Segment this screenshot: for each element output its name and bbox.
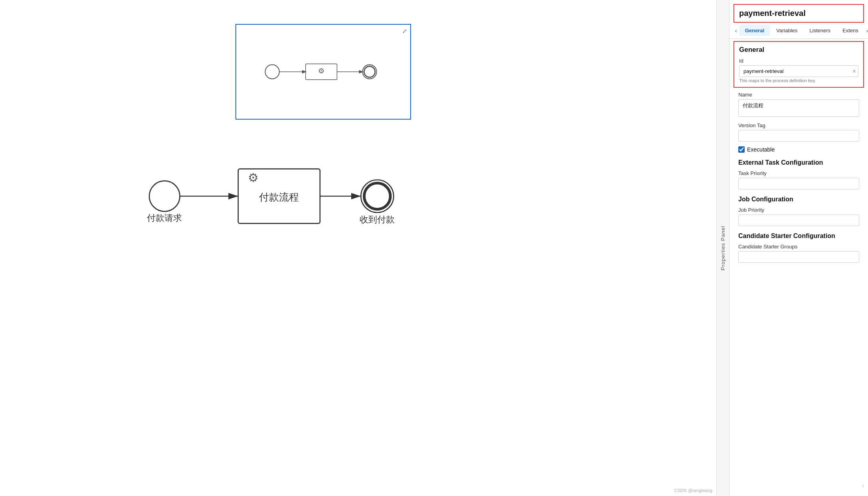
id-field-container: × — [739, 65, 858, 77]
id-label: Id — [739, 58, 858, 64]
properties-panel: Properties Panel payment-retrieval ‹ Gen… — [716, 0, 868, 496]
executable-checkbox[interactable] — [738, 146, 745, 153]
name-label: Name — [738, 92, 859, 98]
svg-point-14 — [361, 180, 393, 213]
id-clear-button[interactable]: × — [852, 68, 856, 75]
svg-point-15 — [364, 183, 391, 209]
bpmn-canvas[interactable]: ⚙ ⤢ — [0, 0, 716, 496]
svg-point-7 — [149, 181, 180, 212]
general-section: General Id × This maps to the process de… — [734, 41, 864, 88]
panel-toggle[interactable]: Properties Panel — [717, 0, 730, 496]
job-config-title: Job Configuration — [738, 196, 859, 203]
panel-scroll-content[interactable]: payment-retrieval ‹ General Variables Li… — [730, 0, 868, 496]
tab-listeners[interactable]: Listeners — [804, 25, 836, 36]
watermark: CSDN @tangiwang — [674, 488, 712, 493]
svg-text:收到付款: 收到付款 — [360, 215, 395, 224]
panel-label: Properties Panel — [720, 226, 726, 270]
executable-label: Executable — [747, 146, 775, 153]
name-input[interactable]: 付款流程 — [738, 99, 859, 117]
candidate-starter-title: Candidate Starter Configuration — [738, 232, 859, 240]
tab-extensions[interactable]: Extens — [837, 25, 864, 36]
version-tag-label: Version Tag — [738, 122, 859, 128]
task-priority-label: Task Priority — [738, 170, 859, 176]
tab-arrow-left[interactable]: ‹ — [734, 27, 739, 35]
scroll-down-arrow: ↓ — [862, 482, 866, 488]
svg-text:⚙: ⚙ — [248, 171, 259, 184]
job-priority-label: Job Priority — [738, 207, 859, 213]
candidate-groups-label: Candidate Starter Groups — [738, 244, 859, 250]
svg-text:付款请求: 付款请求 — [146, 213, 182, 223]
version-tag-input[interactable] — [738, 130, 859, 142]
candidate-groups-input[interactable] — [738, 251, 859, 263]
job-priority-input[interactable] — [738, 215, 859, 226]
general-section-title: General — [739, 46, 858, 54]
tab-general[interactable]: General — [739, 25, 770, 36]
main-bpmn-svg: 付款请求 ⚙ 付款流程 收到付款 — [0, 0, 716, 327]
executable-row: Executable — [738, 146, 859, 153]
task-priority-input[interactable] — [738, 178, 859, 189]
svg-text:付款流程: 付款流程 — [259, 192, 299, 203]
general-fields: Name 付款流程 Version Tag Executable Externa… — [734, 92, 864, 271]
id-input[interactable] — [739, 65, 858, 77]
panel-tabs: ‹ General Variables Listeners Extens › — [730, 23, 868, 39]
external-task-title: External Task Configuration — [738, 159, 859, 166]
panel-header: payment-retrieval — [734, 4, 864, 23]
tab-arrow-right[interactable]: › — [865, 27, 868, 35]
panel-title: payment-retrieval — [739, 9, 806, 18]
tab-variables[interactable]: Variables — [771, 25, 803, 36]
id-hint: This maps to the process definition key. — [739, 78, 858, 83]
